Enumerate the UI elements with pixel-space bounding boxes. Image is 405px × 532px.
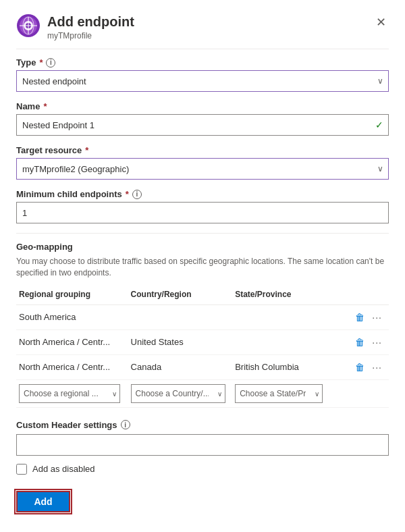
name-label: Name * [16,101,389,111]
geo-add-row: Choose a regional ... ∨ Choose a Country… [16,379,389,407]
add-country-wrapper: Choose a Country/... ∨ [131,384,225,403]
geo-description: You may choose to distribute traffic bas… [16,256,389,279]
table-row: North America / Centr... United States 🗑… [16,329,389,354]
row3-actions: 🗑 ··· [337,354,389,379]
close-button[interactable]: ✕ [373,14,389,31]
add-regional-wrapper: Choose a regional ... ∨ [19,384,120,403]
row3-state: British Columbia [232,354,337,379]
type-info-icon[interactable]: i [46,58,55,68]
min-child-input[interactable] [16,202,389,223]
row1-country [128,304,233,329]
col-header-country: Country/Region [128,287,233,305]
row2-state [232,329,337,354]
target-select-wrapper: myTMprofile2 (Geographic) ∨ [16,158,389,180]
custom-header-input[interactable] [16,434,389,456]
row3-regional: North America / Centr... [16,354,128,379]
add-actions-cell [337,379,389,407]
dialog-header: Add endpoint myTMprofile ✕ [16,14,389,41]
header-divider [16,49,389,49]
min-child-label: Minimum child endpoints * i [16,189,389,199]
name-input[interactable] [16,114,389,136]
row1-actions: 🗑 ··· [337,304,389,329]
row1-state [232,304,337,329]
add-endpoint-dialog: Add endpoint myTMprofile ✕ Type * i Nest… [0,0,405,532]
table-row: North America / Centr... Canada British … [16,354,389,379]
title-group: Add endpoint myTMprofile [47,14,373,41]
add-regional-cell: Choose a regional ... ∨ [16,379,128,407]
type-select[interactable]: Nested endpoint [16,70,389,92]
geo-table: Regional grouping Country/Region State/P… [16,287,389,408]
dialog-title: Add endpoint [47,14,373,30]
geo-table-header-row: Regional grouping Country/Region State/P… [16,287,389,305]
row1-more-button[interactable]: ··· [369,311,385,324]
name-field-group: Name * ✓ [16,101,389,136]
type-label: Type * i [16,57,389,68]
type-required: * [39,57,43,68]
geo-mapping-section: Geo-mapping You may choose to distribute… [16,242,389,408]
target-field-group: Target resource * myTMprofile2 (Geograph… [16,145,389,180]
row3-country: Canada [128,354,233,379]
col-header-state: State/Province [232,287,337,305]
min-child-required: * [126,189,129,199]
row1-regional: South America [16,304,128,329]
custom-header-section: Custom Header settings i [16,420,389,456]
target-required: * [85,145,88,155]
name-required: * [43,101,47,111]
col-header-regional: Regional grouping [16,287,128,305]
target-label: Target resource * [16,145,389,155]
dialog-subtitle: myTMprofile [47,31,373,41]
row2-delete-button[interactable]: 🗑 [352,336,367,349]
custom-header-info-icon[interactable]: i [121,420,130,429]
add-regional-select[interactable]: Choose a regional ... [19,384,120,403]
row2-regional: North America / Centr... [16,329,128,354]
row2-more-button[interactable]: ··· [369,336,385,349]
min-child-field-group: Minimum child endpoints * i [16,189,389,223]
type-field-group: Type * i Nested endpoint ∨ [16,57,389,92]
add-state-select[interactable]: Choose a State/Pr... [235,384,323,403]
row2-actions: 🗑 ··· [337,329,389,354]
add-disabled-row: Add as disabled [16,464,389,475]
geo-divider [16,233,389,234]
target-select[interactable]: myTMprofile2 (Geographic) [16,158,389,180]
table-row: South America 🗑 ··· [16,304,389,329]
min-child-info-icon[interactable]: i [132,190,142,199]
row3-delete-button[interactable]: 🗑 [352,361,367,374]
row1-delete-button[interactable]: 🗑 [352,311,367,324]
name-check-icon: ✓ [375,119,383,130]
row2-country: United States [128,329,233,354]
custom-header-label: Custom Header settings i [16,420,389,430]
row3-more-button[interactable]: ··· [369,361,385,374]
add-country-select[interactable]: Choose a Country/... [131,384,225,403]
add-state-cell: Choose a State/Pr... ∨ [232,379,337,407]
add-disabled-checkbox[interactable] [16,464,27,475]
name-input-wrapper: ✓ [16,114,389,136]
add-disabled-label[interactable]: Add as disabled [32,464,95,474]
col-header-actions [337,287,389,305]
add-button[interactable]: Add [16,491,70,512]
dialog-footer: Add [16,491,389,512]
type-select-wrapper: Nested endpoint ∨ [16,70,389,92]
add-state-wrapper: Choose a State/Pr... ∨ [235,384,323,403]
add-country-cell: Choose a Country/... ∨ [128,379,233,407]
geo-section-title: Geo-mapping [16,242,389,252]
dialog-icon [16,14,40,38]
